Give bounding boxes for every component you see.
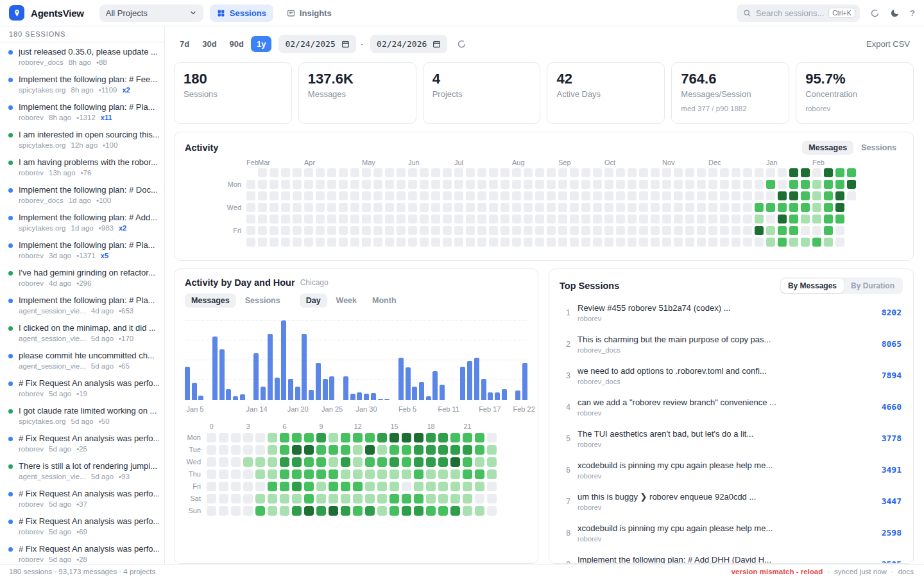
bar[interactable] xyxy=(268,334,273,400)
hour-heatmap-cell[interactable] xyxy=(353,482,363,491)
year-heatmap-cell[interactable] xyxy=(327,203,336,212)
hour-heatmap-cell[interactable] xyxy=(268,433,277,442)
hour-heatmap-cell[interactable] xyxy=(463,457,472,467)
hour-heatmap-cell[interactable] xyxy=(255,494,265,504)
bar[interactable] xyxy=(426,396,431,400)
year-heatmap-cell[interactable] xyxy=(570,215,579,223)
hour-heatmap-cell[interactable] xyxy=(475,445,484,455)
sync-spinner-icon[interactable] xyxy=(870,8,880,18)
year-heatmap-cell[interactable] xyxy=(431,180,440,189)
hour-heatmap-cell[interactable] xyxy=(231,445,241,455)
hour-heatmap-cell[interactable] xyxy=(316,469,326,479)
year-heatmap-cell[interactable] xyxy=(362,180,371,189)
session-list-item[interactable]: Implement the following plan: # Pla...ro… xyxy=(0,236,164,263)
year-heatmap-cell[interactable] xyxy=(801,215,810,223)
year-heatmap-cell[interactable] xyxy=(397,215,406,223)
hour-heatmap-cell[interactable] xyxy=(231,506,241,516)
hour-heatmap-cell[interactable] xyxy=(292,433,302,442)
hour-heatmap-cell[interactable] xyxy=(243,457,253,467)
hour-heatmap-cell[interactable] xyxy=(316,506,326,516)
year-heatmap-cell[interactable] xyxy=(362,215,371,223)
top-session-row[interactable]: 8xcodebuild is pinning my cpu again plea… xyxy=(560,517,903,548)
year-heatmap-cell[interactable] xyxy=(593,215,602,223)
hour-heatmap-cell[interactable] xyxy=(487,433,497,442)
year-heatmap-cell[interactable] xyxy=(778,191,787,200)
dayhour-toggle-day[interactable]: Day xyxy=(300,293,327,308)
year-heatmap-cell[interactable] xyxy=(755,168,764,177)
year-heatmap-cell[interactable] xyxy=(743,191,752,200)
year-heatmap-cell[interactable] xyxy=(651,226,660,235)
year-heatmap-cell[interactable] xyxy=(812,191,821,200)
year-heatmap-cell[interactable] xyxy=(443,168,452,177)
hour-heatmap-cell[interactable] xyxy=(219,445,228,455)
hour-heatmap-cell[interactable] xyxy=(414,506,424,516)
year-heatmap-cell[interactable] xyxy=(535,203,544,212)
year-heatmap-cell[interactable] xyxy=(593,168,602,177)
year-heatmap-cell[interactable] xyxy=(327,215,336,223)
hour-heatmap-cell[interactable] xyxy=(207,445,216,455)
year-heatmap-cell[interactable] xyxy=(293,226,302,235)
year-heatmap-cell[interactable] xyxy=(385,215,394,223)
year-heatmap-cell[interactable] xyxy=(304,215,313,223)
year-heatmap-cell[interactable] xyxy=(316,238,325,247)
year-heatmap-cell[interactable] xyxy=(558,180,567,189)
hour-heatmap-cell[interactable] xyxy=(402,482,411,491)
year-heatmap-cell[interactable] xyxy=(778,203,787,212)
year-heatmap-cell[interactable] xyxy=(547,238,556,247)
activity-toggle-messages[interactable]: Messages xyxy=(802,141,853,155)
year-heatmap-cell[interactable] xyxy=(246,203,255,212)
year-heatmap-cell[interactable] xyxy=(477,180,486,189)
year-heatmap-cell[interactable] xyxy=(246,180,255,189)
year-heatmap-cell[interactable] xyxy=(720,238,729,247)
hour-heatmap-cell[interactable] xyxy=(280,469,289,479)
year-heatmap-cell[interactable] xyxy=(604,180,613,189)
hour-heatmap-cell[interactable] xyxy=(389,433,399,442)
hour-heatmap-cell[interactable] xyxy=(365,494,375,504)
year-heatmap-cell[interactable] xyxy=(397,226,406,235)
hour-heatmap-cell[interactable] xyxy=(365,482,375,491)
year-heatmap-cell[interactable] xyxy=(524,215,533,223)
year-heatmap-cell[interactable] xyxy=(431,168,440,177)
year-heatmap-cell[interactable] xyxy=(708,203,717,212)
hour-heatmap-cell[interactable] xyxy=(438,506,448,516)
year-heatmap-cell[interactable] xyxy=(789,238,798,247)
year-heatmap-cell[interactable] xyxy=(477,168,486,177)
hour-heatmap-cell[interactable] xyxy=(255,506,265,516)
year-heatmap-cell[interactable] xyxy=(293,215,302,223)
hour-heatmap-cell[interactable] xyxy=(463,433,472,442)
session-list-item[interactable]: # Fix Request An analysis was perfo...ro… xyxy=(0,429,164,457)
bar[interactable] xyxy=(357,392,362,400)
hour-heatmap-cell[interactable] xyxy=(353,506,363,516)
session-list-item[interactable]: Implement the following plan: # Pla...ro… xyxy=(0,98,164,125)
year-heatmap-cell[interactable] xyxy=(639,180,648,189)
year-heatmap-cell[interactable] xyxy=(431,238,440,247)
year-heatmap-cell[interactable] xyxy=(443,238,452,247)
session-list-item[interactable]: I am having problems with the robor...ro… xyxy=(0,153,164,180)
bar[interactable] xyxy=(343,376,348,400)
year-heatmap-cell[interactable] xyxy=(420,180,429,189)
year-heatmap-cell[interactable] xyxy=(362,168,371,177)
year-heatmap-cell[interactable] xyxy=(420,203,429,212)
hour-heatmap-cell[interactable] xyxy=(402,445,411,455)
year-heatmap-cell[interactable] xyxy=(281,180,290,189)
bar[interactable] xyxy=(288,379,293,400)
activity-toggle-sessions[interactable]: Sessions xyxy=(855,141,903,155)
year-heatmap-cell[interactable] xyxy=(466,215,475,223)
year-heatmap-cell[interactable] xyxy=(408,168,417,177)
year-heatmap-cell[interactable] xyxy=(651,180,660,189)
bar[interactable] xyxy=(481,379,486,400)
year-heatmap-cell[interactable] xyxy=(743,215,752,223)
year-heatmap-cell[interactable] xyxy=(454,168,463,177)
year-heatmap-cell[interactable] xyxy=(350,168,359,177)
hour-heatmap-cell[interactable] xyxy=(316,433,326,442)
year-heatmap-cell[interactable] xyxy=(454,238,463,247)
bar[interactable] xyxy=(432,371,438,400)
hour-heatmap-cell[interactable] xyxy=(377,445,387,455)
year-heatmap-cell[interactable] xyxy=(373,180,382,189)
year-heatmap-cell[interactable] xyxy=(512,168,521,177)
bar[interactable] xyxy=(502,389,507,400)
hour-heatmap-cell[interactable] xyxy=(280,494,289,504)
hour-heatmap-cell[interactable] xyxy=(438,482,448,491)
date-to-input[interactable]: 02/24/2026 xyxy=(370,35,447,53)
year-heatmap-cell[interactable] xyxy=(316,215,325,223)
